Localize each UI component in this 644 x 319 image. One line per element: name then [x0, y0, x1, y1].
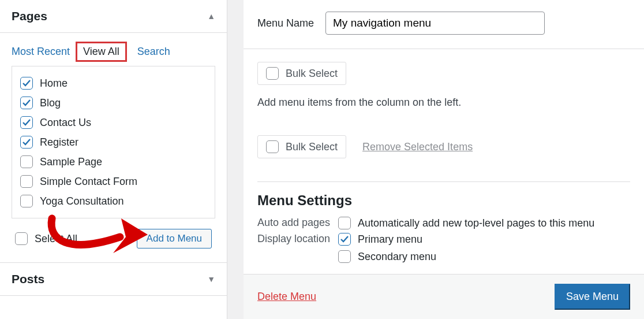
- page-item-label: Yoga Consultation: [40, 195, 123, 207]
- accordion-posts-header[interactable]: Posts ▼: [0, 262, 227, 296]
- page-checkbox[interactable]: [20, 116, 33, 129]
- caret-down-icon: ▼: [207, 275, 215, 284]
- menu-name-row: Menu Name: [244, 0, 644, 49]
- page-checkbox[interactable]: [20, 136, 33, 149]
- menu-footer-bar: Delete Menu Save Menu: [244, 274, 644, 319]
- save-menu-button[interactable]: Save Menu: [555, 284, 630, 310]
- bulk-select-label-2: Bulk Select: [286, 141, 338, 153]
- menu-settings-section: Menu Settings Auto add pages Automatical…: [257, 181, 630, 263]
- display-location-checkbox[interactable]: [338, 250, 351, 263]
- page-checkbox[interactable]: [20, 195, 33, 207]
- menu-editor-panel: Menu Name Bulk Select Add menu items fro…: [244, 0, 644, 319]
- pages-list-box: Home Blog Contact Us Register Sample Pag…: [12, 66, 215, 218]
- page-item: Contact Us: [20, 113, 207, 132]
- auto-add-pages-option: Automatically add new top-level pages to…: [338, 217, 594, 229]
- page-checkbox[interactable]: [20, 77, 33, 90]
- page-item: Register: [20, 132, 207, 152]
- accordion-posts-title: Posts: [12, 272, 44, 286]
- page-checkbox[interactable]: [20, 97, 33, 109]
- highlight-annotation: View All: [76, 42, 127, 62]
- menu-body: Bulk Select Add menu items from the colu…: [244, 49, 644, 274]
- page-item-label: Sample Page: [40, 156, 102, 168]
- column-gap: [227, 0, 244, 319]
- accordion-pages-body: Most Recent View All Search Home Blog Co…: [0, 33, 227, 259]
- page-item-label: Home: [40, 77, 68, 90]
- delete-menu-link[interactable]: Delete Menu: [257, 291, 316, 303]
- caret-up-icon: ▲: [207, 12, 215, 21]
- menu-name-label: Menu Name: [257, 17, 314, 29]
- sidebar-panel: Pages ▲ Most Recent View All Search Home…: [0, 0, 227, 319]
- bulk-select-checkbox[interactable]: [266, 67, 279, 80]
- add-to-menu-button[interactable]: Add to Menu: [137, 229, 212, 248]
- page-item: Simple Contact Form: [20, 172, 207, 191]
- accordion-pages-title: Pages: [12, 9, 47, 23]
- tab-view-all[interactable]: View All: [83, 46, 119, 57]
- menu-name-input[interactable]: [325, 12, 545, 35]
- page-item-label: Blog: [40, 97, 61, 109]
- select-all-checkbox[interactable]: [15, 232, 28, 245]
- page-item: Home: [20, 73, 207, 93]
- display-location-checkbox[interactable]: [338, 233, 351, 246]
- page-item: Sample Page: [20, 152, 207, 172]
- display-location-opt-label: Secondary menu: [358, 251, 436, 263]
- page-item: Yoga Consultation: [20, 191, 207, 211]
- display-location-row: Display location Primary menu Secondary …: [257, 233, 630, 263]
- bulk-actions-row: Bulk Select Remove Selected Items: [257, 135, 630, 158]
- page-item-label: Simple Contact Form: [40, 176, 137, 188]
- page-item-label: Register: [40, 136, 78, 149]
- page-item: Blog: [20, 93, 207, 113]
- bulk-select-button[interactable]: Bulk Select: [257, 62, 346, 85]
- help-text: Add menu items from the column on the le…: [257, 97, 630, 109]
- pages-footer: Select All Add to Menu: [12, 218, 215, 259]
- tab-search[interactable]: Search: [137, 46, 170, 58]
- page-item-label: Contact Us: [40, 117, 91, 129]
- display-location-label: Display location: [257, 233, 335, 245]
- pages-tabs: Most Recent View All Search: [12, 46, 215, 58]
- auto-add-pages-label: Auto add pages: [257, 217, 335, 229]
- auto-add-pages-desc: Automatically add new top-level pages to…: [358, 217, 594, 229]
- select-all-label: Select All: [35, 233, 77, 245]
- bulk-select-button-2[interactable]: Bulk Select: [257, 135, 346, 158]
- select-all-row: Select All: [15, 232, 77, 245]
- remove-selected-link[interactable]: Remove Selected Items: [362, 141, 473, 153]
- bulk-select-checkbox-2[interactable]: [266, 140, 279, 153]
- menu-settings-title: Menu Settings: [257, 192, 630, 209]
- page-checkbox[interactable]: [20, 175, 33, 188]
- auto-add-pages-checkbox[interactable]: [338, 217, 351, 229]
- auto-add-pages-row: Auto add pages Automatically add new top…: [257, 217, 630, 229]
- accordion-pages-header[interactable]: Pages ▲: [0, 0, 227, 33]
- tab-most-recent[interactable]: Most Recent: [12, 46, 70, 58]
- page-checkbox[interactable]: [20, 155, 33, 168]
- bulk-select-label: Bulk Select: [286, 68, 338, 80]
- display-location-option: Primary menu: [338, 233, 436, 246]
- display-location-opt-label: Primary menu: [358, 233, 422, 246]
- display-location-option: Secondary menu: [338, 250, 436, 263]
